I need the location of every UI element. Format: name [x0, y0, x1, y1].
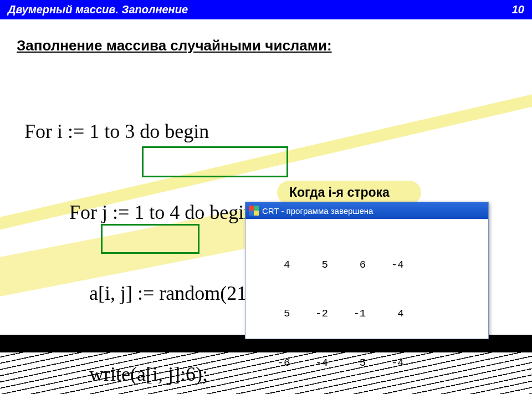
crt-window: CRT - программа завершена 4 5 6 -4 5 -2 …	[245, 202, 489, 339]
slide-body: For i := 1 to 3 do begin For j := 1 to 4…	[0, 64, 532, 375]
highlight-box-write	[142, 146, 288, 177]
section-heading: Заполнение массива случайными числами:	[17, 37, 515, 54]
code-line: For i := 1 to 3 do begin	[24, 118, 295, 145]
slide-number: 10	[512, 3, 524, 16]
crt-title: CRT - программа завершена	[262, 206, 373, 216]
slide-header: Двумерный массив. Заполнение 10	[0, 0, 532, 19]
highlight-box-writeln	[101, 224, 200, 254]
crt-output: 4 5 6 -4 5 -2 -1 4 -6 -4 5 -4	[245, 219, 488, 399]
annotation-callout: Когда i-я строка	[277, 181, 421, 204]
crt-row: 5 -2 -1 4	[252, 306, 482, 322]
crt-row: -6 -4 5 -4	[252, 355, 482, 371]
crt-row: 4 5 6 -4	[252, 257, 482, 273]
crt-titlebar: CRT - программа завершена	[245, 202, 488, 219]
slide-title: Двумерный массив. Заполнение	[8, 3, 188, 16]
app-icon	[249, 206, 259, 216]
